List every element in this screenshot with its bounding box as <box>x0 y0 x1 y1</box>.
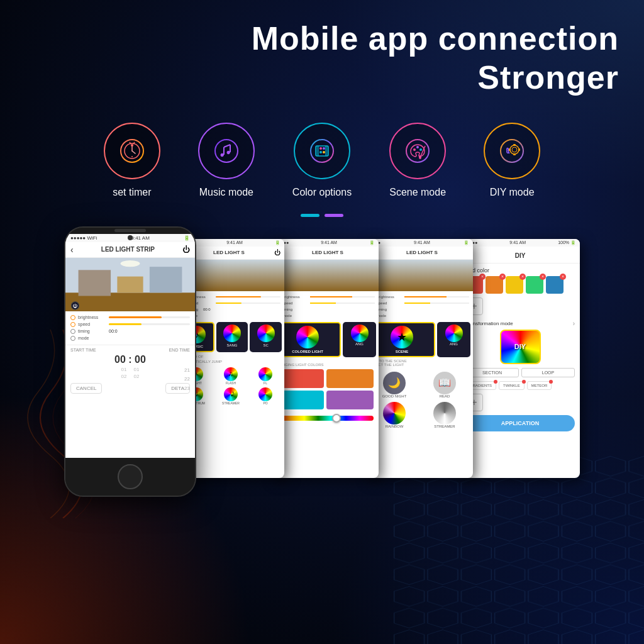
svg-rect-34 <box>518 148 520 151</box>
phone-app-title: LED LIGHT STRIP <box>77 246 179 253</box>
scene-label: Scene mode <box>389 187 446 198</box>
color-icon <box>294 123 350 179</box>
flash-btn[interactable]: ♫ FLASH <box>214 367 247 385</box>
svg-point-4 <box>131 144 133 147</box>
colored-screen-time: 9:41 AM <box>321 240 337 245</box>
header-line1: Mobile app connection <box>252 20 619 57</box>
apply-btn[interactable]: APPLICATION <box>465 415 575 431</box>
sang-mode-btn[interactable]: SANG <box>216 322 248 352</box>
phone-time: 9:41 AM <box>131 235 150 241</box>
po-btn[interactable]: PO <box>249 387 282 405</box>
feature-music: Music mode <box>198 123 255 198</box>
svg-rect-14 <box>316 146 318 156</box>
svg-line-3 <box>132 151 135 153</box>
end-time-label: END TIME <box>169 348 190 352</box>
phone-signal: ●●●●● WiFi <box>70 235 97 241</box>
read-scene[interactable]: 📖 READ <box>421 372 468 398</box>
music-screen-time: 9:41 AM <box>226 240 243 245</box>
diy-preview: DIY <box>500 330 541 364</box>
divider-dot-2 <box>325 214 343 217</box>
speed-label: speed <box>78 322 106 326</box>
main-phone: ●●●●● WiFi 9:41 AM 🔋 ‹ LED LIGHT STRIP ⏻ <box>64 226 196 497</box>
streamer-btn[interactable]: 𝅘𝅥𝅮 STREAMER <box>214 387 247 405</box>
divider-dot-1 <box>301 214 319 217</box>
svg-point-25 <box>419 148 422 151</box>
svg-text:⏻: ⏻ <box>73 303 77 309</box>
features-row: set timer <box>0 110 644 204</box>
streamer-scene[interactable]: STREAMER <box>421 402 468 428</box>
feature-diy: DIY mode <box>484 123 540 198</box>
controls-section: brightness speed timing <box>65 311 195 345</box>
time-display: 00 : 00 <box>114 354 146 365</box>
power-icon[interactable]: ⏻ <box>182 245 190 254</box>
colored-light-screen: ●●●●● 9:41 AM 🔋 ‹ LED LIGHT S brightness… <box>272 239 379 478</box>
music-icon <box>198 123 255 179</box>
section-divider <box>0 214 644 217</box>
color-purple[interactable] <box>326 391 374 409</box>
svg-point-23 <box>413 148 416 151</box>
header-title: Mobile app connection Stronger <box>0 19 619 97</box>
diy-color-green[interactable]: × <box>526 276 543 294</box>
room-preview: ⏻ <box>65 258 195 311</box>
fl-btn[interactable]: FL <box>249 367 282 385</box>
feature-timer: set timer <box>104 123 160 198</box>
diy-title: DIY <box>515 252 526 259</box>
phone-camera <box>128 235 133 240</box>
diy-screen-time: 9:41 AM <box>509 240 526 245</box>
diy-color-yellow[interactable]: × <box>506 276 523 294</box>
svg-point-19 <box>323 147 325 150</box>
diy-label: DIY mode <box>490 187 535 198</box>
svg-point-21 <box>323 151 325 153</box>
home-button[interactable] <box>118 464 143 489</box>
diy-screen: ●●●●● 9:41 AM 100% 🔋 DIY Add color × <box>460 239 580 478</box>
phones-section: ●●●●● WiFi 9:41 AM 🔋 ‹ LED LIGHT STRIP ⏻ <box>0 226 644 497</box>
scene-screen: ●●●● 9:41 AM 🔋 ‹ LED LIGHT S brightness … <box>366 239 473 478</box>
scene-screen-time: 9:41 AM <box>414 240 430 245</box>
svg-line-11 <box>224 145 230 147</box>
svg-point-29 <box>510 145 519 154</box>
phone-home <box>65 458 195 496</box>
svg-point-5 <box>131 156 133 157</box>
diy-color-blue[interactable]: × <box>546 276 564 294</box>
svg-point-20 <box>319 151 322 153</box>
section-tab[interactable]: SECTION <box>465 368 519 377</box>
loop-tab[interactable]: LOOP <box>521 368 575 377</box>
svg-point-8 <box>215 140 238 162</box>
mode-label: mode <box>78 336 89 340</box>
start-time-label: START TIME <box>70 348 96 352</box>
header-line2: Stronger <box>477 59 619 96</box>
header: Mobile app connection Stronger <box>0 0 644 104</box>
cancel-button[interactable]: CANCEL <box>70 383 102 394</box>
feature-scene: Scene mode <box>389 123 446 198</box>
twinkle-btn[interactable]: TWINKLE <box>499 381 525 390</box>
svg-point-12 <box>311 140 333 162</box>
phone-battery: 🔋 <box>184 235 190 241</box>
svg-rect-33 <box>509 148 511 151</box>
svg-rect-15 <box>326 146 328 156</box>
color-label: Color options <box>292 187 352 198</box>
timing-label: timing <box>78 329 106 333</box>
svg-point-22 <box>406 140 429 162</box>
brightness-label: brightness <box>78 315 106 319</box>
color-orange[interactable] <box>326 369 374 388</box>
timer-label: set timer <box>113 187 151 198</box>
svg-point-40 <box>121 260 140 267</box>
meteor-btn[interactable]: METEOR <box>527 381 552 390</box>
scene-icon <box>389 123 446 179</box>
sc-mode-btn[interactable]: SC <box>250 322 282 352</box>
timer-icon <box>104 123 160 179</box>
app-screens-stack: ●●●●● 9:41 AM 🔋 ‹ LED LIGHT S ⏻ brightne… <box>177 239 580 478</box>
feature-color: Color options <box>292 123 352 198</box>
svg-point-30 <box>512 147 517 152</box>
svg-rect-39 <box>150 267 182 292</box>
diy-icon <box>484 123 540 179</box>
svg-point-27 <box>419 155 421 159</box>
add-color-label: Add color <box>465 267 575 274</box>
music-power-icon[interactable]: ⏻ <box>274 249 280 256</box>
svg-rect-32 <box>513 153 516 155</box>
music-label: Music mode <box>199 187 253 198</box>
transform-chevron[interactable]: › <box>573 320 575 327</box>
phone-back-btn[interactable]: ‹ <box>70 245 74 255</box>
svg-rect-37 <box>79 270 111 296</box>
diy-color-orange[interactable]: × <box>486 276 503 294</box>
